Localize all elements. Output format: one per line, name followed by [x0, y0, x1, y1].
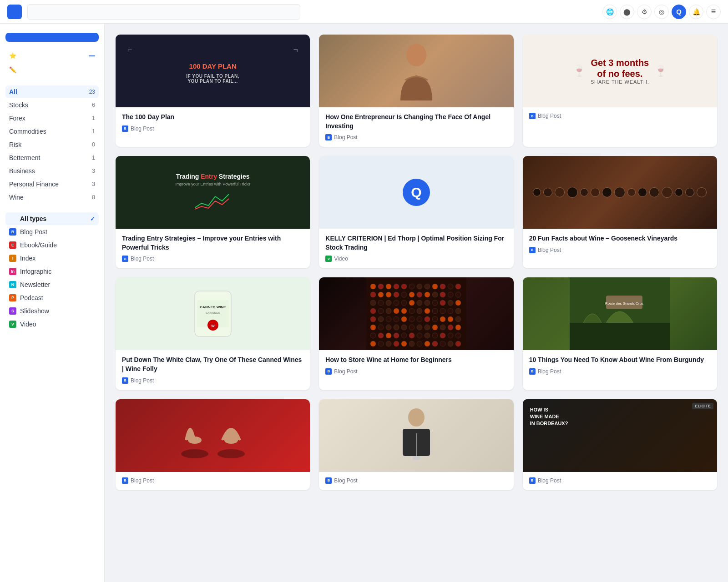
card-image: Q: [319, 156, 513, 229]
sidebar-folder-all[interactable]: All23: [5, 85, 99, 98]
folder-count: 8: [92, 194, 95, 201]
card-title: 20 Fun Facts about Wine – Gooseneck Vine…: [529, 234, 711, 243]
card-card-trading[interactable]: Trading Entry Strategies Improve your En…: [116, 156, 310, 268]
sidebar-type-index[interactable]: IIndex: [5, 252, 99, 265]
sidebar-type-infographic[interactable]: InInfographic: [5, 265, 99, 278]
star-icon: ⭐: [9, 52, 16, 59]
folder-label: Stocks: [9, 101, 28, 109]
type-dot-empty: [9, 215, 16, 222]
card-title: KELLY CRITERION | Ed Thorp | Optimal Pos…: [325, 234, 507, 252]
card-type-badge: B: [529, 477, 536, 484]
card-image: HOW ISWINE MADEIN BORDEAUX? ELICITE: [523, 399, 717, 472]
sidebar-folder-stocks[interactable]: Stocks6: [5, 99, 99, 111]
menu-icon[interactable]: ≡: [706, 5, 721, 19]
svg-rect-116: [413, 456, 420, 460]
kelly-q-logo: Q: [403, 179, 430, 206]
sidebar-folder-forex[interactable]: Forex1: [5, 112, 99, 125]
rss-icon[interactable]: ⬤: [620, 5, 634, 19]
card-card-fees[interactable]: 🍷 Get 3 monthsof no fees. SHARE THE WEAL…: [523, 35, 717, 147]
card-type-badge: V: [325, 256, 332, 262]
sidebar-type-ebook-guide[interactable]: EEbook/Guide: [5, 239, 99, 251]
type-dot: N: [9, 281, 16, 288]
card-title: How One Entrepreneur Is Changing The Fac…: [325, 113, 507, 130]
bell-icon[interactable]: 🔔: [689, 5, 703, 19]
folder-label: Commodities: [9, 128, 46, 135]
sidebar: ⭐ ✏️ All23Stocks6Forex1Commodities1Risk0…: [0, 24, 105, 582]
user-icon[interactable]: Q: [672, 5, 686, 19]
card-type: V Video: [325, 256, 507, 262]
sidebar-folder-wine[interactable]: Wine8: [5, 191, 99, 204]
card-type-label: Blog Post: [131, 377, 154, 384]
card-type-badge: B: [122, 377, 128, 384]
card-type: B Blog Post: [529, 113, 711, 119]
sidebar-type-newsletter[interactable]: NNewsletter: [5, 278, 99, 291]
card-type: B Blog Post: [325, 477, 507, 484]
card-image: CANNED WINE CAN SIZES W: [116, 277, 310, 350]
search-input[interactable]: [27, 4, 300, 20]
svg-rect-106: [570, 323, 670, 350]
globe-icon[interactable]: 🌐: [602, 5, 617, 19]
settings-icon[interactable]: ⚙: [637, 5, 652, 19]
card-card-cannedwine[interactable]: CANNED WINE CAN SIZES W Put Down The Whi…: [116, 277, 310, 390]
compass-icon[interactable]: ◎: [654, 5, 669, 19]
sidebar-type-blog-post[interactable]: BBlog Post: [5, 226, 99, 238]
card-image: [319, 277, 513, 350]
type-label: Newsletter: [20, 281, 50, 288]
card-card-storewine[interactable]: How to Store Wine at Home for Beginners …: [319, 277, 513, 390]
folder-label: All: [9, 88, 17, 95]
edit-icon: ✏️: [9, 66, 16, 73]
card-body: 20 Fun Facts about Wine – Gooseneck Vine…: [523, 229, 717, 260]
card-card-burgundy[interactable]: Route des Grands Crus 10 Things You Need…: [523, 277, 717, 390]
type-label: Video: [20, 321, 36, 328]
folder-count: 6: [92, 102, 95, 108]
sidebar-type-podcast[interactable]: PPodcast: [5, 291, 99, 304]
header: 🌐 ⬤ ⚙ ◎ Q 🔔 ≡: [0, 0, 728, 24]
card-card-kelly[interactable]: Q KELLY CRITERION | Ed Thorp | Optimal P…: [319, 156, 513, 268]
svg-point-111: [217, 449, 245, 458]
sidebar-folder-business[interactable]: Business3: [5, 165, 99, 177]
svg-text:Route des Grands Crus: Route des Grands Crus: [605, 301, 643, 306]
cards-grid: ⌐ ¬ 100 DAY PLAN IF YOU FAIL TO PLAN,YOU…: [116, 35, 717, 490]
card-type-label: Blog Post: [334, 134, 357, 140]
card-type: B Blog Post: [122, 125, 303, 132]
card-card-winefacts[interactable]: 20 Fun Facts about Wine – Gooseneck Vine…: [523, 156, 717, 268]
sidebar-type-all-types[interactable]: All types✓: [5, 212, 99, 225]
card-type-label: Blog Post: [131, 256, 154, 262]
card-type: B Blog Post: [122, 256, 303, 262]
sidebar-folder-personal-finance[interactable]: Personal Finance3: [5, 178, 99, 191]
card-card-entrepreneur[interactable]: How One Entrepreneur Is Changing The Fac…: [319, 35, 513, 147]
card-body: B Blog Post: [523, 107, 717, 125]
sidebar-folder-betterment[interactable]: Betterment1: [5, 151, 99, 164]
card-type: B Blog Post: [529, 247, 711, 253]
card-card-100day[interactable]: ⌐ ¬ 100 DAY PLAN IF YOU FAIL TO PLAN,YOU…: [116, 35, 310, 147]
sidebar-type-slideshow[interactable]: SSlideshow: [5, 305, 99, 317]
card-card-toast[interactable]: B Blog Post: [116, 399, 310, 490]
svg-point-112: [224, 436, 238, 444]
card-body: The 100 Day Plan B Blog Post: [116, 107, 310, 138]
folder-count: 1: [92, 155, 95, 161]
sidebar-item-edit-folders[interactable]: ✏️: [5, 63, 99, 76]
folder-label: Wine: [9, 194, 24, 201]
svg-text:CAN SIZES: CAN SIZES: [206, 311, 220, 314]
card-type-label: Blog Post: [334, 368, 357, 375]
card-body: B Blog Post: [319, 472, 513, 490]
card-type-label: Blog Post: [131, 125, 154, 132]
folder-label: Business: [9, 167, 35, 175]
type-label: Blog Post: [20, 228, 47, 236]
sidebar-type-video[interactable]: VVideo: [5, 318, 99, 331]
card-card-bordeaux[interactable]: HOW ISWINE MADEIN BORDEAUX? ELICITE B Bl…: [523, 399, 717, 490]
card-body: B Blog Post: [116, 472, 310, 490]
card-body: 10 Things You Need To Know About Wine Fr…: [523, 350, 717, 381]
sidebar-folder-risk[interactable]: Risk0: [5, 138, 99, 151]
card-type-badge: B: [122, 125, 128, 132]
sidebar-folder-commodities[interactable]: Commodities1: [5, 125, 99, 138]
folder-count: 1: [92, 128, 95, 135]
card-image: Route des Grands Crus: [523, 277, 717, 350]
logo: [7, 5, 22, 19]
sidebar-item-starred[interactable]: ⭐: [5, 49, 99, 62]
card-type-badge: B: [325, 477, 332, 484]
folder-count: 3: [92, 181, 95, 187]
card-card-man[interactable]: B Blog Post: [319, 399, 513, 490]
card-type-badge: B: [529, 113, 536, 119]
add-item-button[interactable]: [5, 33, 99, 42]
